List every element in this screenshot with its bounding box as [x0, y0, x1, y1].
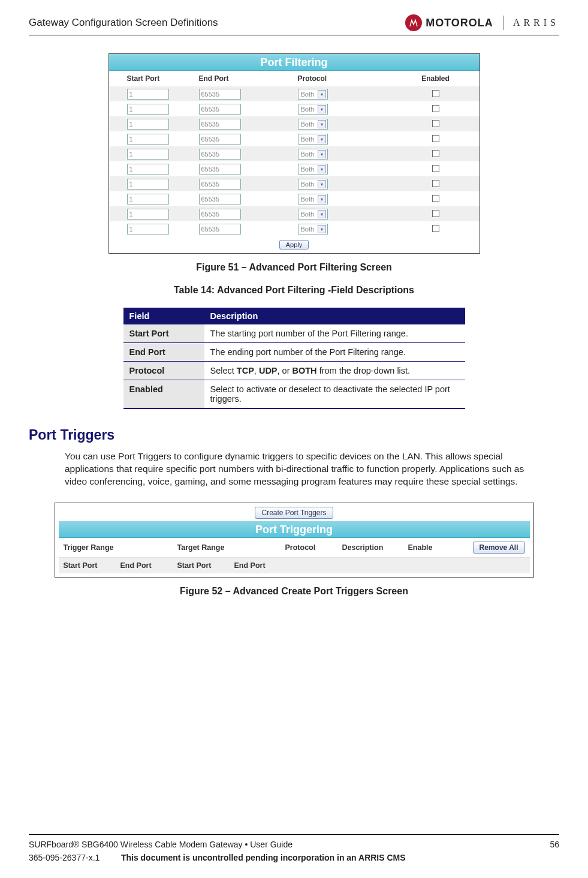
col-target-range: Target Range	[175, 543, 283, 552]
pf-col-enabled-header: Enabled	[397, 74, 475, 83]
create-port-triggers-button[interactable]: Create Port Triggers	[255, 507, 333, 519]
text: Select	[210, 366, 237, 375]
enabled-checkbox[interactable]	[432, 165, 439, 172]
end-port-input[interactable]	[199, 134, 241, 145]
pf-data-row: Both▾	[109, 131, 480, 146]
chevron-down-icon: ▾	[318, 120, 326, 128]
enabled-checkbox[interactable]	[432, 105, 439, 112]
logo-block: MOTOROLA ARRIS	[405, 14, 559, 31]
end-port-input[interactable]	[199, 119, 241, 130]
chevron-down-icon: ▾	[318, 150, 326, 158]
protocol-select[interactable]: Both▾	[298, 179, 328, 190]
protocol-select[interactable]: Both▾	[298, 89, 328, 100]
col-remove-all: Remove All	[451, 542, 527, 554]
port-filtering-panel: Port Filtering Start Port End Port Proto…	[108, 53, 480, 254]
chevron-down-icon: ▾	[318, 90, 326, 98]
bold: UDP	[259, 366, 278, 375]
pf-data-row: Both▾	[109, 176, 480, 191]
end-port-input[interactable]	[199, 194, 241, 205]
start-port-input[interactable]	[127, 164, 169, 175]
text: from the drop-down list.	[317, 366, 411, 375]
chevron-down-icon: ▾	[318, 180, 326, 188]
section-title: Gateway Configuration Screen Definitions	[29, 17, 218, 29]
port-triggers-body: You can use Port Triggers to configure d…	[65, 450, 547, 488]
protocol-select[interactable]: Both▾	[298, 194, 328, 205]
chevron-down-icon: ▾	[318, 135, 326, 143]
enabled-checkbox[interactable]	[432, 195, 439, 202]
pf-data-row: Both▾	[109, 191, 480, 206]
pf-data-row: Both▾	[109, 206, 480, 221]
start-port-input[interactable]	[127, 149, 169, 160]
enabled-checkbox[interactable]	[432, 225, 439, 232]
end-port-input[interactable]	[199, 104, 241, 115]
protocol-select[interactable]: Both▾	[298, 164, 328, 175]
table14-caption: Table 14: Advanced Port Filtering -Field…	[29, 285, 559, 296]
start-port-input[interactable]	[127, 224, 169, 234]
text: ,	[254, 366, 259, 375]
cell-field: Start Port	[123, 324, 204, 343]
protocol-select[interactable]: Both▾	[298, 104, 328, 115]
figure51-caption: Figure 51 – Advanced Port Filtering Scre…	[29, 262, 559, 273]
chevron-down-icon: ▾	[318, 225, 326, 233]
footer-doc-number: 365-095-26377-x.1	[29, 853, 119, 862]
enabled-checkbox[interactable]	[432, 90, 439, 97]
cell-field: Enabled	[123, 380, 204, 409]
apply-button[interactable]: Apply	[279, 240, 309, 249]
end-port-input[interactable]	[199, 209, 241, 220]
table-row: Protocol Select TCP, UDP, or BOTH from t…	[123, 362, 465, 380]
col-end-port-2: End Port	[232, 561, 289, 570]
start-port-input[interactable]	[127, 194, 169, 205]
bold: BOTH	[293, 366, 317, 375]
text: , or	[278, 366, 293, 375]
chevron-down-icon: ▾	[318, 195, 326, 203]
cell-desc: The ending port number of the Port Filte…	[204, 343, 465, 362]
end-port-input[interactable]	[199, 179, 241, 190]
protocol-select[interactable]: Both▾	[298, 149, 328, 160]
port-triggering-banner: Port Triggering	[59, 521, 530, 538]
bold: TCP	[237, 366, 254, 375]
protocol-select[interactable]: Both▾	[298, 224, 328, 234]
cell-desc: Select to activate or deselect to deacti…	[204, 380, 465, 409]
end-port-input[interactable]	[199, 224, 241, 234]
document-header: Gateway Configuration Screen Definitions…	[29, 14, 559, 35]
footer-page-number: 56	[550, 840, 559, 849]
footer-notice: This document is uncontrolled pending in…	[121, 853, 406, 862]
start-port-input[interactable]	[127, 179, 169, 190]
pf-data-row: Both▾	[109, 116, 480, 131]
pf-data-row: Both▾	[109, 221, 480, 236]
table-row: Start Port The starting port number of t…	[123, 324, 465, 343]
protocol-select[interactable]: Both▾	[298, 134, 328, 145]
motorola-m-icon	[405, 14, 422, 31]
protocol-select[interactable]: Both▾	[298, 209, 328, 220]
start-port-input[interactable]	[127, 104, 169, 115]
start-port-input[interactable]	[127, 119, 169, 130]
remove-all-button[interactable]: Remove All	[473, 542, 525, 554]
figure52-caption: Figure 52 – Advanced Create Port Trigger…	[29, 586, 559, 597]
pt-header-row-1: Trigger Range Target Range Protocol Desc…	[59, 538, 530, 558]
enabled-checkbox[interactable]	[432, 135, 439, 142]
enabled-checkbox[interactable]	[432, 150, 439, 157]
col-start-port-2: Start Port	[175, 561, 232, 570]
enabled-checkbox[interactable]	[432, 180, 439, 187]
end-port-input[interactable]	[199, 89, 241, 100]
chevron-down-icon: ▾	[318, 165, 326, 173]
start-port-input[interactable]	[127, 89, 169, 100]
pf-data-row: Both▾	[109, 146, 480, 161]
port-triggers-heading: Port Triggers	[29, 427, 559, 443]
enabled-checkbox[interactable]	[432, 210, 439, 217]
start-port-input[interactable]	[127, 209, 169, 220]
protocol-select[interactable]: Both▾	[298, 119, 328, 130]
chevron-down-icon: ▾	[318, 210, 326, 218]
th-description: Description	[204, 308, 465, 324]
pf-col-end-header: End Port	[199, 74, 298, 83]
end-port-input[interactable]	[199, 164, 241, 175]
end-port-input[interactable]	[199, 149, 241, 160]
cell-field: End Port	[123, 343, 204, 362]
col-trigger-range: Trigger Range	[61, 543, 175, 552]
port-triggering-panel: Create Port Triggers Port Triggering Tri…	[55, 503, 534, 578]
arris-wordmark: ARRIS	[513, 17, 559, 28]
start-port-input[interactable]	[127, 134, 169, 145]
enabled-checkbox[interactable]	[432, 120, 439, 127]
pt-create-row: Create Port Triggers	[59, 507, 530, 521]
table-row: End Port The ending port number of the P…	[123, 343, 465, 362]
